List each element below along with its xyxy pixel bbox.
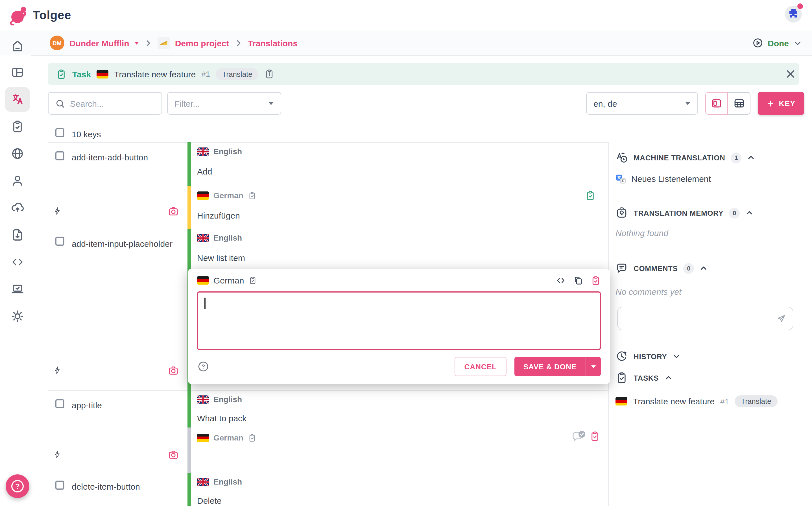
auto-translate-bolt-icon: [53, 366, 62, 374]
machine-translation-header[interactable]: MACHINE TRANSLATION 1: [616, 151, 755, 164]
translation-textarea[interactable]: [197, 291, 601, 350]
close-banner-button[interactable]: [784, 67, 797, 81]
language-label: English: [213, 477, 242, 486]
key-name[interactable]: app-title: [72, 400, 102, 410]
copy-icon[interactable]: [573, 276, 583, 286]
translation-memory-header[interactable]: TRANSLATION MEMORY 0: [616, 207, 753, 219]
comment-input[interactable]: [618, 307, 793, 330]
tolgee-logo-icon[interactable]: [8, 5, 28, 25]
screenshot-camera-icon[interactable]: [168, 449, 179, 460]
tasks-icon: [616, 371, 628, 384]
person-icon: [11, 174, 24, 187]
save-options-dropdown[interactable]: [586, 365, 601, 368]
state-bar-translated: [187, 186, 191, 229]
mt-suggestion-row[interactable]: Neues Listenelement: [616, 174, 711, 183]
language-label: English: [213, 395, 242, 404]
comments-header[interactable]: COMMENTS 0: [616, 262, 708, 274]
english-flag-icon: [197, 147, 209, 156]
screenshot-camera-icon[interactable]: [168, 205, 179, 217]
task-state-selector[interactable]: Done: [752, 30, 802, 55]
row-divider: [48, 229, 608, 229]
translation-memory-icon: [616, 207, 628, 219]
translation-value-de[interactable]: Hinzufügen: [197, 210, 240, 220]
translation-value-en[interactable]: Add: [197, 167, 212, 176]
view-toggle-group: [705, 92, 750, 115]
editor-language-label: German: [213, 276, 244, 285]
clipboard-info-icon[interactable]: [264, 69, 274, 79]
task-list-item[interactable]: Translate new feature #1 Translate: [616, 395, 778, 407]
breadcrumb-page[interactable]: Translations: [248, 38, 297, 48]
view-toggle-side-by-side[interactable]: [705, 92, 728, 115]
search-input[interactable]: [49, 93, 162, 114]
sidebar-item-import[interactable]: [11, 201, 24, 215]
history-header[interactable]: HISTORY: [616, 350, 681, 362]
sidebar-item-projects[interactable]: [11, 66, 24, 79]
task-indicator-clipboard-icon[interactable]: [590, 431, 600, 442]
file-download-icon: [11, 228, 24, 242]
key-name[interactable]: add-item-add-button: [72, 153, 148, 162]
row-checkbox[interactable]: [55, 481, 64, 490]
sidebar-item-members[interactable]: [11, 174, 24, 187]
key-name[interactable]: delete-item-button: [72, 482, 140, 491]
text-cursor: [204, 298, 205, 309]
english-cell-header: English: [197, 395, 242, 404]
filter-select[interactable]: Filter...: [167, 92, 281, 115]
translation-value-en[interactable]: New list item: [197, 253, 245, 263]
save-done-button[interactable]: SAVE & DONE: [515, 357, 601, 376]
sidebar-item-tasks[interactable]: [11, 120, 24, 133]
editor-help-icon[interactable]: ?: [197, 360, 209, 373]
mt-suggestion-text: Neues Listenelement: [631, 174, 711, 183]
assign-task-clipboard-icon[interactable]: [591, 276, 601, 286]
chevron-up-icon: [747, 154, 755, 162]
machine-translation-icon: [616, 151, 628, 164]
sidebar-item-settings[interactable]: [11, 310, 24, 323]
sidebar-item-integrate[interactable]: [11, 282, 24, 296]
chevron-up-icon: [664, 374, 672, 382]
editor-tools: [556, 276, 601, 286]
sidebar-item-languages[interactable]: [11, 147, 24, 160]
section-title: COMMENTS: [634, 264, 678, 272]
section-title: TRANSLATION MEMORY: [634, 209, 723, 217]
sidebar-item-translations[interactable]: [11, 93, 24, 106]
org-avatar[interactable]: DM: [50, 35, 64, 50]
languages-select[interactable]: en, de: [586, 92, 698, 115]
row-checkbox[interactable]: [55, 237, 64, 246]
german-flag-icon: [616, 397, 627, 406]
row-checkbox[interactable]: [55, 399, 64, 408]
top-header: [0, 0, 812, 30]
insert-code-icon[interactable]: [556, 276, 566, 286]
state-bar-untranslated: [187, 427, 191, 473]
tm-empty-text: Nothing found: [616, 228, 668, 238]
help-fab[interactable]: ?: [6, 475, 29, 498]
key-name[interactable]: add-item-input-placeholder: [72, 238, 181, 250]
org-caret-icon[interactable]: [134, 41, 139, 44]
tolgee-wordmark[interactable]: Tolgee: [33, 8, 71, 22]
sidebar-item-home[interactable]: [11, 39, 24, 53]
sidebar-item-export[interactable]: [11, 228, 24, 242]
send-icon[interactable]: [776, 314, 787, 324]
resolved-comments-icon[interactable]: [571, 430, 586, 444]
view-toggle-table[interactable]: [728, 92, 750, 115]
german-cell-header: German: [197, 191, 256, 200]
translation-value-en[interactable]: What to pack: [197, 413, 247, 423]
tasks-header[interactable]: TASKS: [616, 371, 672, 384]
svg-text:?: ?: [202, 363, 205, 369]
task-indicator-clipboard-icon[interactable]: [585, 190, 596, 201]
breadcrumb-org[interactable]: Dunder Mufflin: [70, 38, 129, 48]
save-done-label[interactable]: SAVE & DONE: [515, 362, 585, 371]
section-title: TASKS: [634, 373, 659, 382]
cancel-button[interactable]: CANCEL: [455, 357, 507, 376]
translation-value-en[interactable]: Delete: [197, 496, 221, 505]
breadcrumb-project[interactable]: Demo project: [175, 38, 229, 48]
task-banner-number: #1: [201, 70, 210, 79]
row-checkbox[interactable]: [55, 151, 64, 160]
state-clipboard-icon: [249, 276, 257, 284]
auto-translate-bolt-icon: [53, 207, 62, 215]
add-key-button[interactable]: KEY: [758, 92, 804, 115]
laptop-check-icon: [11, 282, 24, 296]
table-view-icon: [733, 97, 745, 109]
sidebar-item-developer[interactable]: [11, 255, 24, 269]
select-all-checkbox[interactable]: [55, 128, 64, 137]
screenshot-camera-icon[interactable]: [168, 365, 179, 376]
search-icon: [55, 98, 66, 109]
